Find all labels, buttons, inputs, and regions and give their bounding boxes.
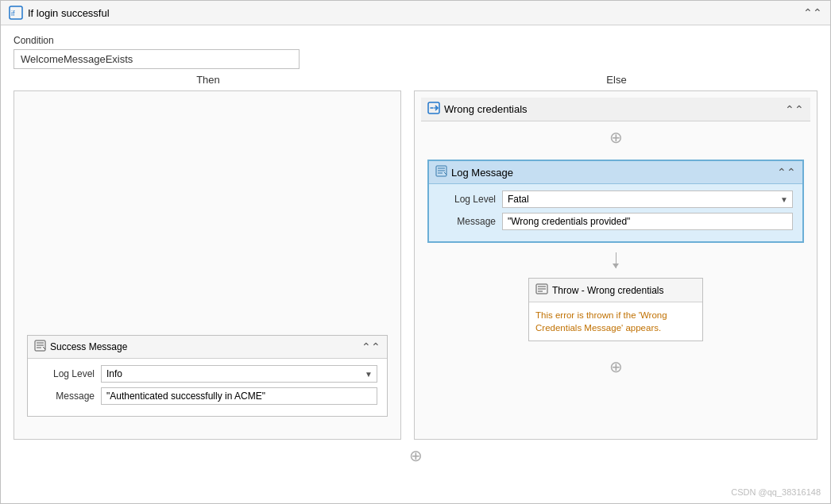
add-step-top-button[interactable]: ⊕ (609, 128, 623, 147)
add-below-button[interactable]: ⊕ (409, 446, 423, 465)
main-body: Condition WelcomeMessageExists Then Else (1, 25, 830, 449)
log-message-field-label: Message (439, 216, 496, 227)
log-message-body: Log Level Debug Info Warning Error Fatal (429, 184, 802, 241)
condition-input[interactable]: WelcomeMessageExists (14, 49, 300, 69)
collapse-log-message-button[interactable]: ⌃⌃ (777, 166, 796, 179)
success-message-row: Message (37, 387, 377, 405)
throw-description: This error is thrown if the 'Wrong Crede… (529, 302, 702, 340)
success-message-body: Log Level Debug Info Warning Error Fatal… (28, 359, 387, 416)
success-log-level-select[interactable]: Debug Info Warning Error Fatal (101, 365, 377, 383)
collapse-success-button[interactable]: ⌃⌃ (361, 340, 381, 353)
watermark: CSDN @qq_38316148 (731, 487, 821, 497)
throw-panel-wrapper: Throw - Wrong credentials This error is … (421, 271, 810, 348)
throw-header: Throw - Wrong credentials (529, 279, 702, 302)
bottom-connector: ⊕ (1, 446, 830, 465)
then-label: Then (14, 74, 403, 86)
else-column: Wrong credentials ⌃⌃ ⊕ (414, 90, 817, 440)
log-message-panel: Log Message ⌃⌃ Log Level Debug Info (427, 160, 804, 243)
success-log-level-row: Log Level Debug Info Warning Error Fatal… (37, 365, 377, 383)
add-btn-top: ⊕ (421, 121, 810, 153)
log-message-title-row: Log Message (435, 165, 513, 179)
success-message-label: Message (37, 391, 95, 402)
then-column: Success Message ⌃⌃ Log Level Debug Info (14, 90, 401, 440)
wrong-creds-title: Wrong credentials (444, 103, 528, 115)
svg-text:if: if (11, 10, 15, 17)
add-step-bottom-button[interactable]: ⊕ (609, 357, 623, 376)
else-label: Else (416, 74, 817, 86)
wrong-creds-icon (427, 102, 440, 117)
log-icon-else (435, 165, 447, 179)
log-level-label: Log Level (439, 194, 496, 205)
log-icon-success (34, 340, 46, 354)
success-message-panel: Success Message ⌃⌃ Log Level Debug Info (27, 335, 388, 417)
throw-panel: Throw - Wrong credentials This error is … (528, 278, 703, 341)
success-log-level-label: Log Level (37, 368, 95, 379)
log-level-select-wrapper[interactable]: Debug Info Warning Error Fatal ▼ (502, 190, 793, 208)
log-message-field-row: Message (439, 213, 793, 230)
wrong-creds-title-row: Wrong credentials (427, 102, 528, 117)
log-message-input[interactable] (502, 213, 793, 230)
throw-icon (535, 283, 548, 298)
main-panel-header: if If login successful ⌃⌃ (1, 1, 830, 25)
collapse-main-button[interactable]: ⌃⌃ (803, 6, 822, 19)
log-level-row: Log Level Debug Info Warning Error Fatal (439, 190, 793, 208)
throw-title: Throw - Wrong credentials (552, 285, 664, 296)
wrong-creds-header: Wrong credentials ⌃⌃ (421, 98, 810, 121)
main-title: If login successful (28, 7, 110, 19)
success-message-input[interactable] (101, 387, 377, 405)
log-message-header: Log Message ⌃⌃ (429, 161, 802, 184)
if-icon: if (9, 6, 23, 20)
success-message-title: Success Message (50, 341, 127, 352)
condition-label: Condition (14, 35, 817, 46)
main-container: if If login successful ⌃⌃ Condition Welc… (0, 0, 831, 504)
success-message-title-row: Success Message (34, 340, 127, 354)
collapse-wrong-creds-button[interactable]: ⌃⌃ (785, 103, 804, 116)
add-btn-bottom: ⊕ (421, 351, 810, 383)
log-level-select[interactable]: Debug Info Warning Error Fatal (502, 190, 793, 208)
success-message-header: Success Message ⌃⌃ (28, 336, 387, 359)
connector-arrow (421, 249, 810, 271)
wrong-creds-panel: Wrong credentials ⌃⌃ ⊕ (421, 98, 810, 383)
success-log-level-select-wrapper[interactable]: Debug Info Warning Error Fatal ▼ (101, 365, 377, 383)
log-message-title: Log Message (451, 167, 513, 179)
down-arrow (616, 252, 616, 268)
main-panel-title: if If login successful (9, 6, 110, 20)
